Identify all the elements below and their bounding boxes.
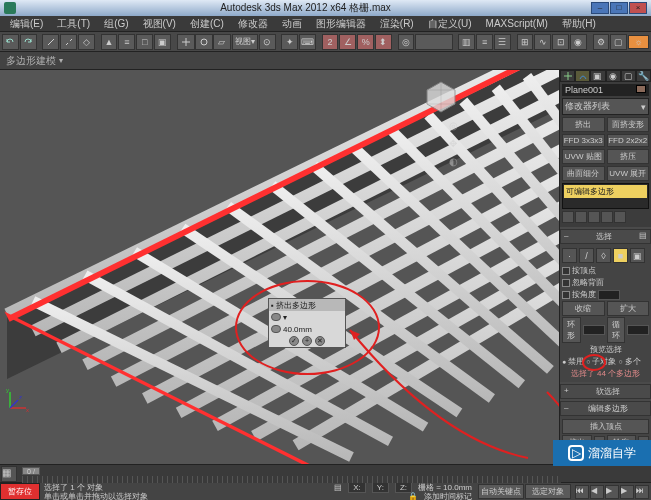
move-button[interactable] <box>177 34 195 50</box>
modset-button-5[interactable]: 挤压 <box>607 149 650 164</box>
menu-[interactable]: 图形编辑器 <box>310 16 372 32</box>
redo-button[interactable] <box>20 34 37 50</box>
menu-h[interactable]: 帮助(H) <box>556 16 602 32</box>
prev-frame-button[interactable]: ◀ <box>590 485 604 499</box>
steering-wheel-button[interactable]: ◎ <box>449 120 465 134</box>
window-crossing-button[interactable]: ▣ <box>154 34 171 50</box>
rollout-editpoly-header[interactable]: –编辑多边形 <box>560 401 651 416</box>
menu-g[interactable]: 组(G) <box>98 16 134 32</box>
keyboard-button[interactable]: ⌨ <box>299 34 316 50</box>
tab-create[interactable] <box>560 70 575 82</box>
ref-coord-button[interactable]: 视图▾ <box>232 34 258 50</box>
caddy-type-picker[interactable] <box>271 313 281 321</box>
tab-hierarchy[interactable]: ▣ <box>590 70 605 82</box>
extrude-caddy[interactable]: ▪挤出多边形 ▾ 40.0mm ✓ + ✕ <box>268 298 346 348</box>
rollout-soft-header[interactable]: +软选择 <box>560 384 651 399</box>
link-button[interactable] <box>42 34 59 50</box>
angle-spinner[interactable] <box>598 290 620 300</box>
named-sel-button[interactable]: ◎ <box>398 34 415 50</box>
curve-editor-button[interactable]: ∿ <box>534 34 551 50</box>
goto-start-button[interactable]: ⏮ <box>575 485 589 499</box>
remove-modifier-button[interactable] <box>601 211 613 223</box>
subobj-edge[interactable]: / <box>579 248 594 263</box>
polygon-modeling-drop[interactable]: 多边形建模 <box>6 54 63 68</box>
time-ruler[interactable] <box>22 476 561 483</box>
ignore-backface-check[interactable] <box>562 279 570 287</box>
goto-end-button[interactable]: ⏭ <box>635 485 649 499</box>
render-setup-button[interactable]: ⚙ <box>593 34 610 50</box>
maximize-button[interactable]: □ <box>610 2 628 14</box>
shrink-button[interactable]: 收缩 <box>562 301 605 316</box>
caddy-ok-button[interactable]: ✓ <box>289 336 299 346</box>
menu-r[interactable]: 渲染(R) <box>374 16 420 32</box>
subobj-element[interactable]: ▣ <box>630 248 645 263</box>
modset-button-4[interactable]: UVW 贴图 <box>562 149 605 164</box>
tab-display[interactable]: ▢ <box>621 70 636 82</box>
viewcube[interactable] <box>423 78 459 114</box>
subobj-polygon[interactable]: ■ <box>613 248 628 263</box>
select-button[interactable]: ▲ <box>101 34 118 50</box>
unlink-button[interactable] <box>60 34 77 50</box>
modifier-stack[interactable]: 可编辑多边形 <box>562 183 649 209</box>
scale-button[interactable]: ▱ <box>213 34 231 50</box>
menu-[interactable]: 动画 <box>276 16 308 32</box>
pan-button[interactable]: ✥ <box>449 138 465 152</box>
render-button[interactable]: ☼ <box>628 35 649 49</box>
autokey-button[interactable]: 自动关键点 <box>478 484 524 499</box>
grow-button[interactable]: 扩大 <box>607 301 650 316</box>
menu-maxscriptm[interactable]: MAXScript(M) <box>480 17 554 30</box>
bind-button[interactable]: ◇ <box>78 34 95 50</box>
align-button[interactable]: ≡ <box>476 34 493 50</box>
modset-button-3[interactable]: FFD 2x2x2 <box>607 134 650 147</box>
object-color-swatch[interactable] <box>636 85 646 93</box>
rendered-frame-button[interactable]: ▢ <box>610 34 627 50</box>
menu-[interactable]: 修改器 <box>232 16 274 32</box>
center-button[interactable]: ⊙ <box>259 34 276 50</box>
graphite-button[interactable]: ⊞ <box>517 34 534 50</box>
menu-t[interactable]: 工具(T) <box>51 16 96 32</box>
ring-button[interactable]: 环形 <box>562 317 581 343</box>
rollout-selection-header[interactable]: –选择▤ <box>560 229 651 244</box>
spinner-snap-button[interactable]: ⬍ <box>375 34 392 50</box>
viewport[interactable]: ▪挤出多边形 ▾ 40.0mm ✓ + ✕ ◎ ✥ ◐ y x z <box>0 70 559 464</box>
snap-angle-button[interactable]: ∠ <box>339 34 356 50</box>
menu-e[interactable]: 编辑(E) <box>4 16 49 32</box>
schematic-button[interactable]: ⊡ <box>552 34 569 50</box>
insert-vertex-button[interactable]: 插入顶点 <box>562 419 649 434</box>
play-button[interactable]: ▶ <box>605 485 619 499</box>
snap-percent-button[interactable]: % <box>357 34 374 50</box>
menu-u[interactable]: 自定义(U) <box>422 16 478 32</box>
modset-button-2[interactable]: FFD 3x3x3 <box>562 134 605 147</box>
caddy-apply-button[interactable]: + <box>302 336 312 346</box>
add-time-tag[interactable]: 添加时间标记 <box>424 491 472 500</box>
loop-spinner[interactable] <box>627 325 649 335</box>
by-vertex-check[interactable] <box>562 267 570 275</box>
maxscript-listener-button[interactable]: 暂存位 <box>0 483 40 500</box>
subobj-border[interactable]: ◊ <box>596 248 611 263</box>
caddy-cancel-button[interactable]: ✕ <box>315 336 325 346</box>
timeline-config-button[interactable]: ▦ <box>1 466 17 482</box>
menu-v[interactable]: 视图(V) <box>137 16 182 32</box>
tab-modify[interactable] <box>575 70 590 82</box>
show-end-result-button[interactable] <box>575 211 587 223</box>
app-icon[interactable] <box>4 2 16 14</box>
layers-button[interactable]: ☰ <box>494 34 511 50</box>
pin-stack-button[interactable] <box>562 211 574 223</box>
material-editor-button[interactable]: ◉ <box>570 34 587 50</box>
modifier-list-dropdown[interactable]: 修改器列表▾ <box>562 98 649 115</box>
ring-spinner[interactable] <box>583 325 605 335</box>
modset-button-0[interactable]: 挤出 <box>562 117 605 132</box>
caddy-height-field[interactable] <box>271 325 281 333</box>
mirror-button[interactable]: ▥ <box>458 34 475 50</box>
select-name-button[interactable]: ≡ <box>118 34 135 50</box>
rotate-button[interactable] <box>195 34 213 50</box>
menu-c[interactable]: 创建(C) <box>184 16 230 32</box>
tab-motion[interactable]: ◉ <box>606 70 621 82</box>
loop-button[interactable]: 循环 <box>607 317 626 343</box>
tab-utilities[interactable]: 🔧 <box>636 70 651 82</box>
object-name-field[interactable]: Plane001 <box>565 85 603 95</box>
modset-button-1[interactable]: 面挤变形 <box>607 117 650 132</box>
orbit-button[interactable]: ◐ <box>449 156 465 170</box>
undo-button[interactable] <box>2 34 19 50</box>
make-unique-button[interactable] <box>588 211 600 223</box>
